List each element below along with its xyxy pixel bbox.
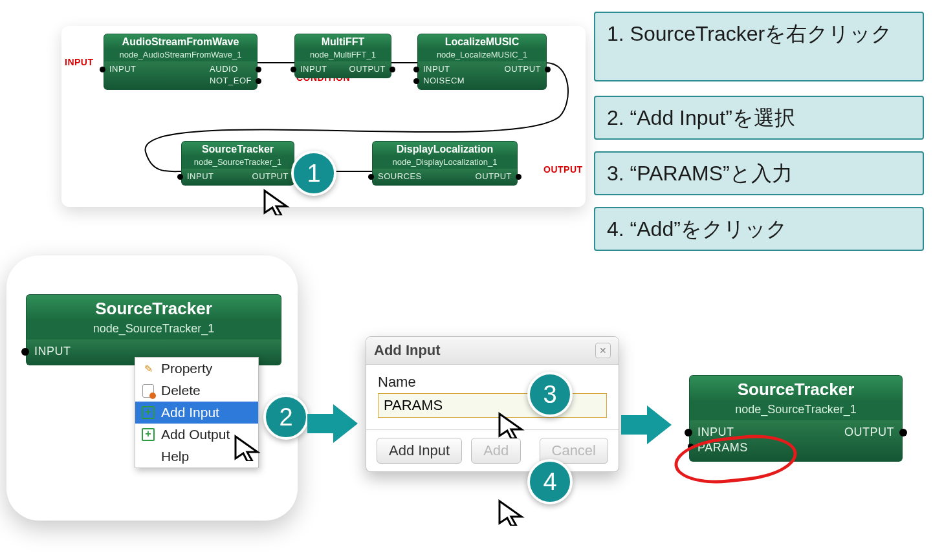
node-audiostreamfromwave[interactable]: AudioStreamFromWave node_AudioStreamFrom… <box>104 34 258 90</box>
node-title: SourceTracker <box>181 141 294 156</box>
instruction-step-1: 1. SourceTrackerを右クリック <box>594 12 924 81</box>
menu-label: Help <box>161 449 189 464</box>
step-badge-1: 1 <box>291 151 336 196</box>
step-badge-4: 4 <box>527 459 573 504</box>
menu-item-delete[interactable]: Delete <box>135 380 258 402</box>
external-input-label: INPUT <box>65 57 94 67</box>
node-id: node_SourceTracker_1 <box>181 156 294 169</box>
menu-label: Delete <box>161 383 201 398</box>
flow-arrow-icon <box>307 401 359 446</box>
plus-icon: + <box>142 406 155 419</box>
svg-marker-0 <box>265 191 287 215</box>
instruction-step-2: 2. “Add Input”を選択 <box>594 96 924 140</box>
port-out[interactable]: OUTPUT <box>349 64 386 74</box>
port-in[interactable]: NOISECM <box>423 76 465 85</box>
svg-marker-5 <box>621 405 672 444</box>
port-out[interactable]: OUTPUT <box>252 171 289 181</box>
menu-item-add-input[interactable]: + Add Input <box>135 402 258 424</box>
menu-item-property[interactable]: ✎ Property <box>135 358 258 380</box>
plus-icon: + <box>142 428 155 441</box>
node-sourcetracker-zoom[interactable]: SourceTracker node_SourceTracker_1 INPUT <box>26 294 281 365</box>
port-in[interactable]: INPUT <box>300 64 327 74</box>
step-badge-2: 2 <box>263 394 309 440</box>
name-input[interactable] <box>378 393 607 418</box>
svg-marker-3 <box>499 414 521 438</box>
node-title: AudioStreamFromWave <box>104 34 258 49</box>
svg-marker-2 <box>307 404 358 443</box>
svg-marker-1 <box>236 436 258 461</box>
node-localizemusic[interactable]: LocalizeMUSIC node_LocalizeMUSIC_1 INPUT… <box>417 34 547 90</box>
instruction-step-4: 4. “Add”をクリック <box>594 207 924 251</box>
node-title: LocalizeMUSIC <box>417 34 547 49</box>
menu-label: Add Output <box>161 427 230 442</box>
node-id: node_LocalizeMUSIC_1 <box>417 49 547 61</box>
menu-label: Add Input <box>161 405 219 420</box>
cursor-icon <box>233 429 261 461</box>
port-in[interactable]: INPUT <box>187 171 214 181</box>
close-icon: ✕ <box>599 345 607 356</box>
node-id: node_SourceTracker_1 <box>689 402 903 420</box>
node-id: node_AudioStreamFromWave_1 <box>104 49 258 61</box>
svg-marker-4 <box>499 501 521 526</box>
cursor-icon <box>497 493 525 526</box>
port-in[interactable]: INPUT <box>109 64 137 74</box>
field-label-name: Name <box>378 374 416 390</box>
node-multifft[interactable]: MultiFFT node_MultiFFT_1 INPUT OUTPUT <box>294 34 391 78</box>
node-id: node_SourceTracker_1 <box>26 321 281 339</box>
port-out[interactable]: OUTPUT <box>505 64 541 74</box>
port-in[interactable]: INPUT <box>423 64 465 74</box>
add-input-secondary-button[interactable]: Add Input <box>377 438 462 464</box>
blank-icon <box>142 450 155 463</box>
menu-label: Property <box>161 361 212 376</box>
pencil-icon: ✎ <box>142 362 155 375</box>
node-title: SourceTracker <box>26 294 281 321</box>
port-out[interactable]: NOT_EOF <box>210 76 252 85</box>
port-out[interactable]: OUTPUT <box>476 171 512 181</box>
node-title: DisplayLocalization <box>372 141 518 156</box>
port-out[interactable]: OUTPUT <box>844 425 894 439</box>
port-in[interactable]: SOURCES <box>378 171 422 181</box>
dialog-close-button[interactable]: ✕ <box>595 343 611 358</box>
dialog-title: Add Input <box>374 342 441 359</box>
port-in[interactable]: INPUT <box>34 345 71 358</box>
external-output-label: OUTPUT <box>543 164 583 175</box>
add-input-dialog: Add Input ✕ Name Add Input Add Cancel <box>366 336 619 472</box>
node-title: MultiFFT <box>294 34 391 49</box>
node-id: node_DisplayLocalization_1 <box>372 156 518 169</box>
add-button[interactable]: Add <box>471 438 521 464</box>
cursor-icon <box>262 183 291 215</box>
node-id: node_MultiFFT_1 <box>294 49 391 61</box>
node-sourcetracker[interactable]: SourceTracker node_SourceTracker_1 INPUT… <box>181 141 294 186</box>
node-displaylocalization[interactable]: DisplayLocalization node_DisplayLocaliza… <box>372 141 518 186</box>
port-out[interactable]: AUDIO <box>210 64 252 74</box>
instruction-step-3: 3. “PARAMS”と入力 <box>594 151 924 195</box>
step-badge-3: 3 <box>527 372 573 417</box>
cursor-icon <box>497 406 525 438</box>
node-title: SourceTracker <box>689 375 903 402</box>
flow-arrow-icon <box>621 402 673 447</box>
page-delete-icon <box>142 384 155 397</box>
